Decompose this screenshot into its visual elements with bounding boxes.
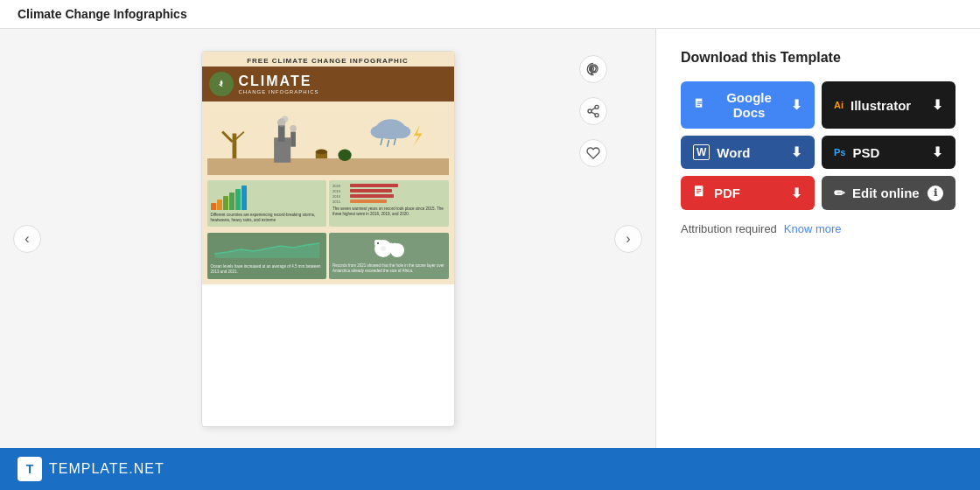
svg-rect-39 bbox=[696, 98, 703, 108]
svg-line-4 bbox=[592, 108, 596, 110]
download-buttons-grid: Google Docs ⬇ Ai Illustrator ⬇ W Word ⬇ … bbox=[681, 81, 956, 210]
top-bar: Climate Change Infographics bbox=[0, 0, 980, 29]
illustrator-arrow: ⬇ bbox=[932, 97, 943, 113]
horiz-bars: 2020 2019 2016 bbox=[332, 184, 445, 204]
attribution-label: Attribution required bbox=[681, 222, 777, 235]
psd-arrow: ⬇ bbox=[932, 144, 943, 160]
svg-rect-12 bbox=[277, 124, 284, 141]
scene-illustration bbox=[207, 107, 449, 177]
know-more-link[interactable]: Know more bbox=[784, 222, 842, 235]
svg-rect-8 bbox=[232, 133, 236, 158]
panel-left-2: Ocean levels have increased at an averag… bbox=[207, 233, 327, 279]
brand-logo-icon: T bbox=[18, 457, 42, 481]
infographic-bottom-panels: Different countries are experiencing rec… bbox=[207, 180, 449, 228]
illustrator-label: Illustrator bbox=[850, 98, 911, 113]
svg-point-23 bbox=[390, 124, 410, 137]
svg-line-3 bbox=[592, 112, 596, 115]
psd-icon: Ps bbox=[834, 147, 845, 158]
pdf-arrow: ⬇ bbox=[791, 186, 802, 201]
pdf-icon bbox=[693, 185, 707, 201]
preview-area: ‹ › FRE bbox=[0, 29, 656, 448]
infographic-bottom-panels-2: Ocean levels have increased at an averag… bbox=[207, 233, 449, 279]
psd-button[interactable]: Ps PSD ⬇ bbox=[822, 136, 956, 169]
google-docs-arrow: ⬇ bbox=[791, 97, 802, 113]
word-button[interactable]: W Word ⬇ bbox=[681, 136, 815, 169]
svg-point-0 bbox=[595, 105, 598, 108]
google-docs-label: Google Docs bbox=[714, 90, 784, 120]
right-panel: Download this Template Google Docs ⬇ Ai … bbox=[656, 29, 980, 448]
svg-point-18 bbox=[315, 149, 326, 154]
panel1-text: Different countries are experiencing rec… bbox=[211, 213, 324, 224]
panel3-text: Ocean levels have increased at an averag… bbox=[211, 264, 324, 276]
infographic-header: CLIMATE CHANGE INFOGRAPHICS bbox=[202, 66, 454, 102]
infographic-header-text: CLIMATE CHANGE INFOGRAPHICS bbox=[239, 74, 319, 94]
svg-point-38 bbox=[394, 243, 396, 246]
download-title: Download this Template bbox=[681, 50, 956, 66]
edit-online-info: ℹ bbox=[928, 186, 943, 201]
attribution-row: Attribution required Know more bbox=[681, 222, 956, 235]
infographic-top-label: FREE CLIMATE CHANGE INFOGRAPHIC bbox=[202, 52, 454, 66]
action-icons bbox=[579, 55, 607, 167]
page-title: Climate Change Infographics bbox=[18, 7, 187, 21]
edit-online-label: Edit online bbox=[852, 186, 920, 200]
svg-rect-7 bbox=[207, 158, 449, 175]
bottom-bar: T TEMPLATE.NET bbox=[0, 448, 980, 490]
panel2-text: The seven warmest years on record took p… bbox=[332, 206, 445, 218]
infographic-logo bbox=[209, 72, 234, 96]
heart-button[interactable] bbox=[579, 139, 607, 167]
svg-point-1 bbox=[588, 109, 592, 113]
svg-point-22 bbox=[370, 124, 390, 137]
next-button[interactable]: › bbox=[614, 225, 642, 253]
pdf-label: PDF bbox=[714, 186, 740, 200]
word-icon: W bbox=[693, 144, 710, 160]
main-content: ‹ › FRE bbox=[0, 29, 980, 448]
pdf-button[interactable]: PDF ⬇ bbox=[681, 176, 815, 210]
illustrator-button[interactable]: Ai Illustrator ⬇ bbox=[822, 81, 956, 129]
svg-point-15 bbox=[281, 116, 288, 122]
svg-point-37 bbox=[390, 243, 393, 246]
edit-icon: ✏ bbox=[834, 186, 845, 201]
google-docs-icon bbox=[693, 97, 707, 114]
psd-label: PSD bbox=[852, 145, 879, 160]
share-button[interactable] bbox=[579, 97, 607, 125]
panel4-text: Records from 2021 showed that the hole i… bbox=[332, 263, 445, 275]
svg-rect-20 bbox=[342, 150, 347, 153]
infographic-preview: FREE CLIMATE CHANGE INFOGRAPHIC CLIMATE … bbox=[201, 51, 455, 427]
brand-name: TEMPLATE.NET bbox=[49, 461, 164, 477]
svg-point-34 bbox=[381, 246, 386, 251]
panel-right-2: Records from 2021 showed that the hole i… bbox=[329, 233, 449, 279]
prev-button[interactable]: ‹ bbox=[13, 225, 41, 253]
pinterest-button[interactable] bbox=[579, 55, 607, 83]
svg-rect-13 bbox=[290, 131, 296, 146]
svg-point-33 bbox=[377, 242, 379, 244]
google-docs-button[interactable]: Google Docs ⬇ bbox=[681, 81, 815, 129]
word-label: Word bbox=[717, 145, 750, 160]
illustrator-icon: Ai bbox=[834, 100, 844, 110]
edit-online-button[interactable]: ✏ Edit online ℹ bbox=[822, 176, 956, 210]
svg-point-2 bbox=[595, 114, 598, 117]
panel-right-1: 2020 2019 2016 bbox=[329, 180, 449, 228]
svg-point-16 bbox=[290, 124, 297, 131]
word-arrow: ⬇ bbox=[791, 144, 802, 160]
panel-left-1: Different countries are experiencing rec… bbox=[207, 180, 327, 228]
infographic-body: Different countries are experiencing rec… bbox=[202, 102, 454, 284]
